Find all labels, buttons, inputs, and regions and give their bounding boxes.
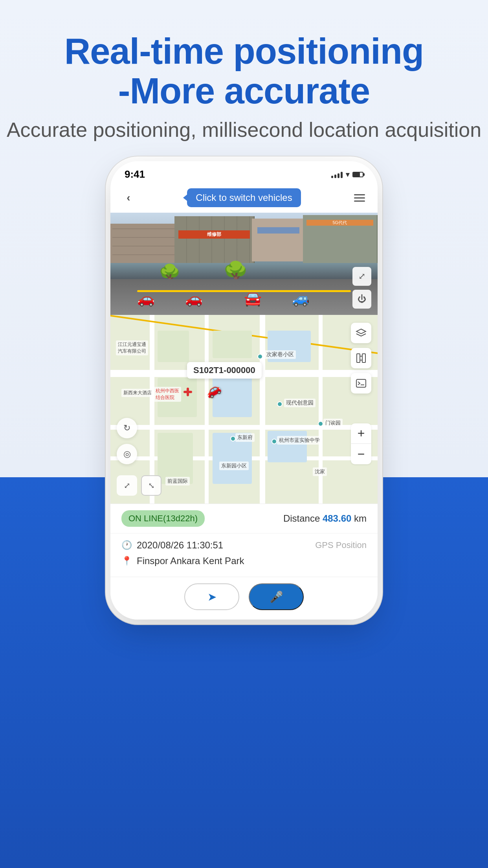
status-time: 9:41 bbox=[125, 168, 145, 180]
expand-full-button[interactable]: ⤢ bbox=[117, 475, 137, 496]
layers-button[interactable] bbox=[351, 323, 371, 343]
hero-section: Real-time positioning -More accurate Acc… bbox=[7, 0, 481, 157]
address-row: 📍 Finspor Ankara Kent Park bbox=[121, 555, 367, 566]
menu-button[interactable] bbox=[351, 191, 368, 205]
hero-title-line2: -More accurate bbox=[118, 71, 370, 111]
poi-label: 现代创意园 bbox=[284, 399, 316, 407]
status-bar: 9:41 ▾ bbox=[110, 161, 378, 184]
zoom-in-button[interactable]: + bbox=[351, 423, 371, 444]
svg-rect-4 bbox=[356, 379, 366, 387]
signal-icon bbox=[331, 171, 343, 178]
poi-label: 东新府 bbox=[235, 433, 255, 442]
vehicle-label: S102T1-000000 bbox=[187, 362, 262, 379]
poi-label: 沈家 bbox=[313, 467, 327, 476]
location-pin-icon: 📍 bbox=[121, 556, 132, 566]
expand-controls: ⤢ ⤡ bbox=[117, 475, 161, 496]
zoom-out-button[interactable]: − bbox=[351, 444, 371, 464]
poi-label: 东新园小区 bbox=[219, 462, 249, 470]
poi-label: 江江元通宝通汽车有限公司 bbox=[116, 340, 148, 355]
hero-title: Real-time positioning -More accurate bbox=[7, 31, 481, 111]
status-badge: ON LINE(13d22h) bbox=[121, 510, 205, 527]
expand-button[interactable]: ⤢ bbox=[352, 267, 371, 286]
poi-label: 门诶园 bbox=[323, 419, 343, 427]
switch-vehicles-tooltip[interactable]: Click to switch vehicles bbox=[187, 188, 301, 207]
voice-icon: 🎤 bbox=[270, 590, 283, 603]
map-area[interactable]: 次家巷小区 现代创意园 杭州中西医结合医院 东新府 杭州市蓝实验中学 门诶园 东… bbox=[110, 315, 378, 504]
street-view-controls: ⤢ ⏻ bbox=[352, 267, 371, 309]
map-left-controls: ↻ ◎ bbox=[117, 418, 137, 464]
poi-label: 杭州中西医结合医院 bbox=[154, 387, 181, 402]
map-right-controls bbox=[351, 323, 371, 394]
battery-icon bbox=[352, 172, 363, 177]
navigate-icon: ➤ bbox=[207, 590, 216, 603]
back-button[interactable]: ‹ bbox=[120, 189, 137, 206]
location-info: 🕐 2020/08/26 11:30:51 GPS Position 📍 Fin… bbox=[110, 533, 378, 577]
street-view: 维修部 5G代代 🌳 🌳 🚗 bbox=[110, 213, 378, 315]
bottom-buttons: ➤ 🎤 bbox=[110, 577, 378, 620]
locate-button[interactable]: ◎ bbox=[117, 444, 137, 464]
phone-wrapper: 9:41 ▾ ‹ bbox=[110, 161, 378, 620]
distance-value: 483.60 bbox=[323, 513, 351, 524]
hero-title-line1: Real-time positioning bbox=[64, 31, 424, 71]
navigate-button[interactable]: ➤ bbox=[184, 583, 239, 610]
poi-label: 新西来大酒店 bbox=[121, 389, 154, 397]
poi-label: 杭州市蓝实验中学 bbox=[277, 436, 322, 445]
phone-frame: 9:41 ▾ ‹ bbox=[110, 161, 378, 620]
clock-icon: 🕐 bbox=[121, 540, 132, 550]
distance-info: Distance 483.60 km bbox=[283, 513, 367, 524]
page-content: Real-time positioning -More accurate Acc… bbox=[0, 0, 488, 620]
terminal-button[interactable] bbox=[351, 373, 371, 394]
power-button[interactable]: ⏻ bbox=[352, 290, 371, 309]
zoom-controls: + − bbox=[351, 423, 371, 464]
svg-rect-1 bbox=[362, 354, 365, 362]
hero-subtitle: Accurate positioning, millisecond locati… bbox=[7, 118, 481, 142]
poi-label: 次家巷小区 bbox=[264, 350, 296, 359]
voice-button[interactable]: 🎤 bbox=[249, 583, 304, 610]
gps-label: GPS Position bbox=[315, 540, 367, 550]
expand-small-button[interactable]: ⤡ bbox=[141, 475, 161, 496]
address-text: Finspor Ankara Kent Park bbox=[137, 555, 244, 566]
datetime-text: 2020/08/26 11:30:51 bbox=[137, 540, 223, 551]
nav-bar: ‹ Click to switch vehicles bbox=[110, 184, 378, 213]
wifi-icon: ▾ bbox=[346, 170, 349, 179]
refresh-button[interactable]: ↻ bbox=[117, 418, 137, 438]
info-bar: ON LINE(13d22h) Distance 483.60 km bbox=[110, 504, 378, 533]
svg-rect-0 bbox=[357, 354, 360, 362]
status-icons: ▾ bbox=[331, 170, 363, 179]
poi-label: 前蓝国际 bbox=[165, 477, 190, 485]
datetime-row: 🕐 2020/08/26 11:30:51 GPS Position bbox=[121, 540, 367, 551]
fence-button[interactable] bbox=[351, 348, 371, 368]
